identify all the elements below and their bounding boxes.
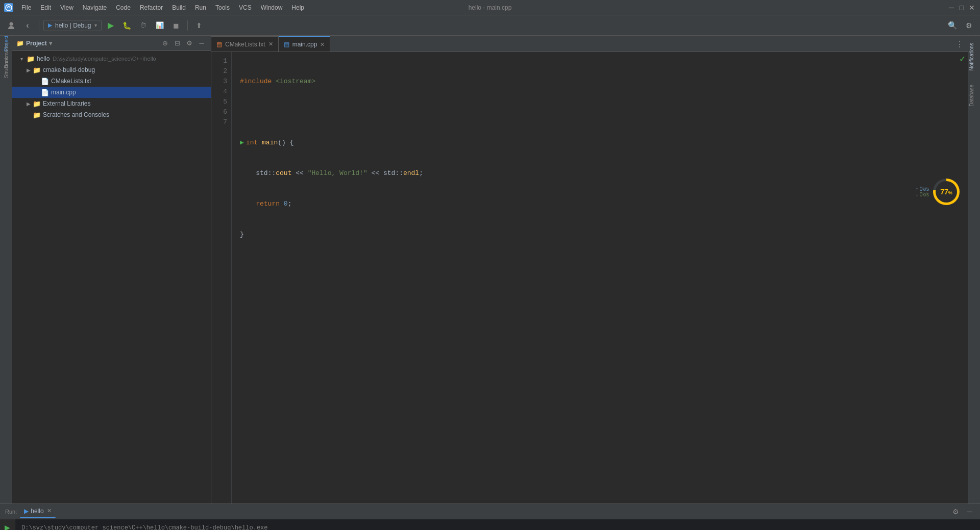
menu-tools[interactable]: Tools xyxy=(211,3,234,13)
run-hello-tab[interactable]: ▶ hello ✕ xyxy=(20,505,55,518)
separator-2 xyxy=(187,20,188,31)
cpu-widget: ↑ 0k/s ↓ 0k/s 77% xyxy=(916,179,960,205)
menu-run[interactable]: Run xyxy=(191,3,210,13)
run-button[interactable]: ▶ xyxy=(104,18,118,33)
rerun-button[interactable]: ▶ xyxy=(2,521,14,530)
cmakelists-label: CMakeLists.txt xyxy=(51,78,91,85)
menu-help[interactable]: Help xyxy=(287,3,308,13)
bottom-settings-button[interactable]: ⚙ xyxy=(949,506,962,518)
locate-file-button[interactable]: ⊕ xyxy=(160,38,170,48)
line-num-1: 1 xyxy=(211,56,227,66)
run-config-dropdown[interactable]: ▶ hello | Debug ▾ xyxy=(43,20,102,31)
close-project-panel-button[interactable]: ─ xyxy=(197,38,207,48)
folder-icon: 📁 xyxy=(16,40,24,47)
menu-file[interactable]: File xyxy=(17,3,35,13)
run-with-coverage-button[interactable]: ⏱ xyxy=(136,18,151,33)
code-line-6: } xyxy=(240,230,960,240)
root-path: D:\syz\study\computer_science\C++\hello xyxy=(53,56,156,62)
main-cpp-icon: 📄 xyxy=(41,89,49,96)
tab-cmakelists[interactable]: ▤ CMakeLists.txt ✕ xyxy=(211,36,279,52)
window-controls: ─ □ ✕ xyxy=(947,4,976,12)
menu-window[interactable]: Window xyxy=(257,3,287,13)
net-download-stat: ↓ 0k/s xyxy=(916,192,929,197)
tabs-more-button[interactable]: ⋮ xyxy=(951,36,968,52)
scratches-icon: 📁 xyxy=(33,111,41,119)
profile-run-button[interactable]: 📊 xyxy=(153,18,167,33)
menu-vcs[interactable]: VCS xyxy=(235,3,256,13)
tree-cmake-build-debug[interactable]: ▶ 📁 cmake-build-debug xyxy=(12,64,211,75)
run-tab-icon: ▶ xyxy=(24,508,29,515)
editor-area: ▤ CMakeLists.txt ✕ ▤ main.cpp ✕ ⋮ 1 2 3 … xyxy=(211,36,968,503)
cmake-tab-icon: ▤ xyxy=(216,41,222,48)
tree-root[interactable]: ▾ 📁 hello D:\syz\study\computer_science\… xyxy=(12,53,211,64)
menu-view[interactable]: View xyxy=(56,3,78,13)
project-dropdown-icon[interactable]: ▾ xyxy=(49,40,52,47)
bottom-content: ▶ ↑ 🔨 ↓ ◼ ⇌ 📌 🗑 D:\syz\study\computer_sc… xyxy=(0,519,980,530)
line-num-2: 2 xyxy=(211,66,227,77)
code-line-5: return 0; xyxy=(240,199,960,209)
run-config-label: hello | Debug xyxy=(55,22,91,29)
run-label: Run: xyxy=(4,507,18,517)
window-title: hello - main.cpp xyxy=(469,4,512,11)
close-button[interactable]: ✕ xyxy=(968,4,976,12)
tree-scratches[interactable]: 📁 Scratches and Consoles xyxy=(12,109,211,120)
cmake-build-debug-label: cmake-build-debug xyxy=(43,66,95,73)
bottom-run-tabs: Run: ▶ hello ✕ ⚙ ─ xyxy=(0,504,980,519)
profile-button[interactable] xyxy=(4,18,18,33)
line-num-7: 7 xyxy=(211,117,227,128)
cmake-tab-close[interactable]: ✕ xyxy=(268,41,273,47)
database-sidebar-button[interactable]: Database xyxy=(969,82,980,110)
tree-cmakelists[interactable]: 📄 CMakeLists.txt xyxy=(12,75,211,87)
maximize-button[interactable]: □ xyxy=(958,4,966,12)
code-content[interactable]: #include <iostream> ▶int main() { std::c… xyxy=(232,52,968,503)
run-tab-close[interactable]: ✕ xyxy=(47,508,52,514)
menu-build[interactable]: Build xyxy=(168,3,190,13)
search-button[interactable]: 🔍 xyxy=(945,18,960,33)
main-cpp-label: main.cpp xyxy=(51,89,76,96)
right-sidebar: Notifications Database xyxy=(968,36,980,503)
cpu-usage-circle: 77% xyxy=(933,179,960,205)
code-line-7 xyxy=(240,260,960,270)
menu-navigate[interactable]: Navigate xyxy=(79,3,111,13)
cmake-debug-arrow: ▶ xyxy=(27,67,33,73)
run-controls-sidebar: ▶ ↑ 🔨 ↓ ◼ ⇌ 📌 🗑 xyxy=(0,519,15,530)
code-line-1: #include <iostream> xyxy=(240,77,960,87)
cpp-tab-close[interactable]: ✕ xyxy=(320,41,325,48)
network-stats: ↑ 0k/s ↓ 0k/s xyxy=(916,186,929,197)
main-layout: Project Bookmarks Structure 📁 Project ▾ … xyxy=(0,36,980,503)
code-editor[interactable]: 1 2 3 4 5 6 7 #include <iostream> ▶int m… xyxy=(211,52,968,503)
project-tree: ▾ 📁 hello D:\syz\study\computer_science\… xyxy=(12,51,211,503)
menu-edit[interactable]: Edit xyxy=(36,3,55,13)
tree-main-cpp[interactable]: 📄 main.cpp xyxy=(12,87,211,98)
stop-button[interactable]: ◼ xyxy=(169,18,183,33)
notifications-sidebar-button[interactable]: Notifications xyxy=(969,40,980,73)
collapse-all-button[interactable]: ⊟ xyxy=(172,38,182,48)
cpp-tab-icon: ▤ xyxy=(284,41,289,48)
menu-code[interactable]: Code xyxy=(112,3,135,13)
console-output[interactable]: D:\syz\study\computer_science\C++\hello\… xyxy=(15,519,980,530)
line-num-6: 6 xyxy=(211,107,227,117)
bottom-close-button[interactable]: ─ xyxy=(964,506,976,518)
debug-button[interactable]: 🐛 xyxy=(120,18,134,33)
project-panel: 📁 Project ▾ ⊕ ⊟ ⚙ ─ ▾ 📁 hello D:\syz\stu… xyxy=(12,36,211,503)
structure-icon[interactable]: Structure xyxy=(1,62,12,73)
title-bar: File Edit View Navigate Code Refactor Bu… xyxy=(0,0,980,15)
ext-libs-icon: 📁 xyxy=(33,100,41,108)
net-upload-stat: ↑ 0k/s xyxy=(916,186,929,192)
menu-refactor[interactable]: Refactor xyxy=(136,3,167,13)
minimize-button[interactable]: ─ xyxy=(947,4,955,12)
run-tab-label: hello xyxy=(31,508,43,515)
settings-button[interactable]: ⚙ xyxy=(962,18,976,33)
code-line-4: std::cout << "Hello, World!" << std::end… xyxy=(240,168,960,179)
ext-libs-arrow: ▶ xyxy=(27,101,33,107)
line-num-4: 4 xyxy=(211,87,227,97)
scratches-label: Scratches and Consoles xyxy=(43,111,109,118)
project-settings-button[interactable]: ⚙ xyxy=(184,38,194,48)
cmake-build-button[interactable]: ⬆ xyxy=(192,18,206,33)
editor-checkmark: ✓ xyxy=(959,54,966,64)
navigate-back-button[interactable]: ‹ xyxy=(20,18,35,33)
bottom-panel-controls: ⚙ ─ xyxy=(949,506,976,518)
tab-main-cpp[interactable]: ▤ main.cpp ✕ xyxy=(279,36,331,52)
cmake-file-icon: 📄 xyxy=(41,78,49,85)
tree-external-libs[interactable]: ▶ 📁 External Libraries xyxy=(12,98,211,109)
